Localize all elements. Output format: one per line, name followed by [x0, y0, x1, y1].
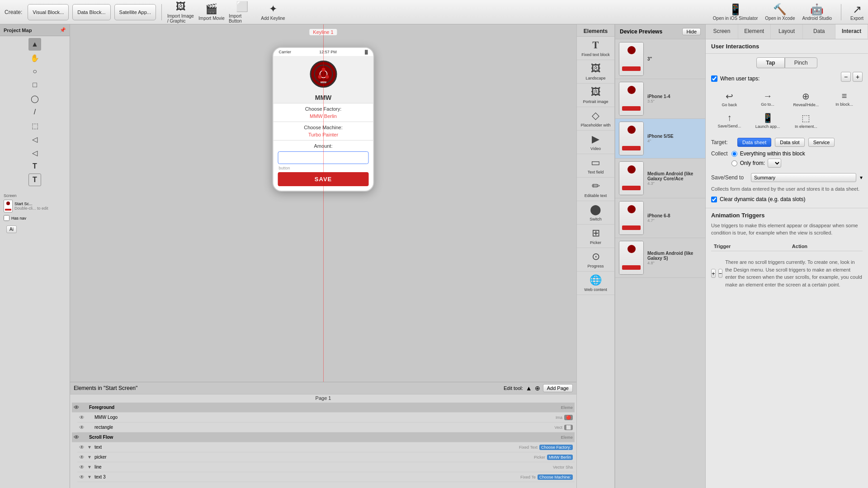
- element-panel-item-6[interactable]: ✏Editable text: [577, 178, 614, 201]
- right-tab-data[interactable]: Data: [803, 24, 835, 39]
- screen-item-row[interactable]: Start Sc... Double-cli... to edit: [4, 200, 66, 212]
- open-xcode-button[interactable]: 🔨 Open in Xcode: [765, 3, 795, 21]
- trigger-add-button[interactable]: +: [711, 269, 716, 278]
- action-item-5[interactable]: 📱Launch app...: [750, 111, 786, 131]
- action-item-1[interactable]: →Go to...: [750, 89, 786, 109]
- screen-section: Screen Start Sc... Double-cli... to edit…: [2, 192, 68, 237]
- right-tab-layout[interactable]: Layout: [771, 24, 803, 39]
- collect-only-from-radio[interactable]: [731, 160, 737, 166]
- when-user-taps-checkbox[interactable]: [711, 75, 717, 82]
- eye-icon-5[interactable]: 👁: [79, 454, 85, 460]
- action-icon-0: ↩: [726, 91, 733, 102]
- plus-button[interactable]: +: [853, 72, 863, 82]
- collect-everything-radio[interactable]: [731, 151, 737, 157]
- element-panel-item-5[interactable]: ▭Text field: [577, 154, 614, 178]
- rect-tool[interactable]: □: [28, 79, 41, 91]
- clear-dynamic-data-checkbox[interactable]: [711, 197, 717, 202]
- element-tree-name-2: rectangle: [94, 425, 552, 430]
- action-item-4[interactable]: ↑Save/Send...: [711, 111, 748, 131]
- action-item-3[interactable]: ≡In block...: [826, 89, 863, 109]
- element-tree-row-6[interactable]: 👁▼lineVector Sha: [77, 462, 575, 472]
- edit-tool-icon2[interactable]: ⊕: [535, 385, 540, 392]
- minus-button[interactable]: −: [841, 72, 851, 82]
- add-page-button[interactable]: Add Page: [543, 384, 573, 392]
- action-item-0[interactable]: ↩Go back: [711, 89, 748, 109]
- import-ai-button[interactable]: Ai: [6, 225, 17, 233]
- has-nav-checkbox[interactable]: [4, 215, 9, 221]
- hide-previews-button[interactable]: Hide: [682, 28, 701, 35]
- open-ios-button[interactable]: 📱 Open in iOS Simulator: [713, 3, 758, 21]
- eye-icon-7[interactable]: 👁: [79, 474, 85, 480]
- action-item-6[interactable]: ⬚In element...: [788, 111, 825, 131]
- pen-tool[interactable]: ○: [28, 65, 41, 78]
- android-studio-button[interactable]: 🤖 Android Studio: [802, 3, 832, 21]
- pinch-tab[interactable]: Pinch: [785, 57, 817, 68]
- target-data-sheet-button[interactable]: Data sheet: [737, 138, 771, 147]
- eye-icon-0[interactable]: 👁: [74, 404, 80, 411]
- collect-everything-label: Everything within this block: [740, 150, 805, 157]
- line-tool[interactable]: /: [28, 106, 41, 118]
- device-size-1: 3.5": [647, 99, 670, 103]
- element-tree-row-7[interactable]: 👁▼text 3Fixed TeChoose Machine:: [77, 472, 575, 482]
- element-panel-item-0[interactable]: 𝐓Fixed text block: [577, 37, 614, 60]
- device-preview-item-2[interactable]: iPhone 5/SE 4": [615, 119, 705, 159]
- collect-only-from-select[interactable]: [768, 159, 781, 168]
- text-tool[interactable]: T: [28, 160, 41, 173]
- tap-tab[interactable]: Tap: [756, 57, 784, 68]
- eye-icon-4[interactable]: 👁: [79, 444, 85, 450]
- data-block-button[interactable]: Data Block...: [72, 4, 110, 20]
- element-tree-row-0[interactable]: 👁ForegroundEleme: [72, 403, 575, 413]
- device-preview-item-1[interactable]: iPhone 1-4 3.5": [615, 79, 705, 119]
- image-tool[interactable]: ⬚: [28, 119, 41, 132]
- element-panel-item-10[interactable]: 🌐Web content: [577, 272, 614, 295]
- export-button[interactable]: ↗ Export: [850, 3, 863, 21]
- element-panel-item-2[interactable]: 🖼Portrait image: [577, 84, 614, 107]
- hand-tool[interactable]: ✋: [28, 52, 41, 64]
- import-image-button[interactable]: 🖼 Import Image / Graphic: [167, 1, 194, 23]
- target-service-button[interactable]: Service: [808, 138, 835, 147]
- satellite-app-button[interactable]: Satellite App...: [114, 4, 156, 20]
- device-preview-item-5[interactable]: Medium Android (like Galaxy S) 4.8": [615, 238, 705, 278]
- element-panel-item-1[interactable]: 🖼Landscape: [577, 60, 614, 84]
- phone-save-button[interactable]: SAVE: [278, 172, 369, 186]
- element-tree-row-5[interactable]: 👁▼pickerPickerMMW Berlin: [77, 452, 575, 462]
- text-tool-2[interactable]: T: [28, 174, 41, 186]
- element-panel-item-9[interactable]: ⊙Progress: [577, 248, 614, 272]
- target-data-slot-button[interactable]: Data slot: [775, 138, 804, 147]
- savesend-select[interactable]: Summary Data Sheet Service: [751, 173, 856, 182]
- element-panel-item-8[interactable]: ⊞Picker: [577, 225, 614, 248]
- device-preview-item-0[interactable]: 3": [615, 39, 705, 79]
- eye-icon-3[interactable]: 👁: [74, 434, 80, 441]
- phone-input-area[interactable]: [278, 151, 369, 164]
- when-user-taps-row: When user taps: − +: [711, 72, 863, 85]
- direct-tool[interactable]: ◁: [28, 146, 41, 159]
- import-movie-button[interactable]: 🎬 Import Movie: [198, 3, 225, 21]
- visual-block-button[interactable]: Visual Block...: [28, 4, 69, 20]
- eye-icon-1[interactable]: 👁: [79, 414, 85, 421]
- element-chip-7: Choose Machine:: [538, 474, 573, 480]
- node-tool[interactable]: ◁: [28, 133, 41, 145]
- select-tool[interactable]: ▲: [28, 38, 41, 51]
- element-panel-item-3[interactable]: ◇Placeholder with: [577, 107, 614, 131]
- element-tree-row-4[interactable]: 👁▼textFixed TextChoose Factory:: [77, 442, 575, 452]
- right-tab-element[interactable]: Element: [738, 24, 771, 39]
- ellipse-tool[interactable]: ◯: [28, 92, 41, 105]
- select-tool-icon[interactable]: ▲: [526, 385, 532, 392]
- element-panel-item-4[interactable]: ▶Video: [577, 131, 614, 154]
- element-tree-row-2[interactable]: 👁rectangleVect⬜: [77, 422, 575, 432]
- action-item-2[interactable]: ⊕Reveal/Hide...: [788, 89, 825, 109]
- eye-icon-2[interactable]: 👁: [79, 424, 85, 431]
- right-tab-interact[interactable]: Interact: [835, 24, 868, 39]
- phone-status-bar: Carrier 12:57 PM ▓: [274, 48, 373, 56]
- element-tree-row-1[interactable]: 👁MMW LogoIma🔴: [77, 413, 575, 422]
- add-keyline-button[interactable]: ✦ Add Keyline: [259, 3, 287, 21]
- right-tab-screen[interactable]: Screen: [706, 24, 738, 39]
- device-preview-item-4[interactable]: iPhone 6-8 4.7": [615, 198, 705, 238]
- element-panel-item-7[interactable]: ⬤Switch: [577, 201, 614, 225]
- import-button-button[interactable]: ⬜ Import Button: [229, 1, 256, 23]
- device-preview-item-3[interactable]: Medium Android (like Galaxy Core/Ace 4.3…: [615, 159, 705, 198]
- trigger-remove-button[interactable]: −: [718, 269, 723, 278]
- canvas-area[interactable]: Keyline 1 Carrier 12:57 PM ▓ MMW: [70, 24, 576, 488]
- element-tree-row-3[interactable]: 👁Scroll FlowEleme: [72, 432, 575, 442]
- eye-icon-6[interactable]: 👁: [79, 464, 85, 470]
